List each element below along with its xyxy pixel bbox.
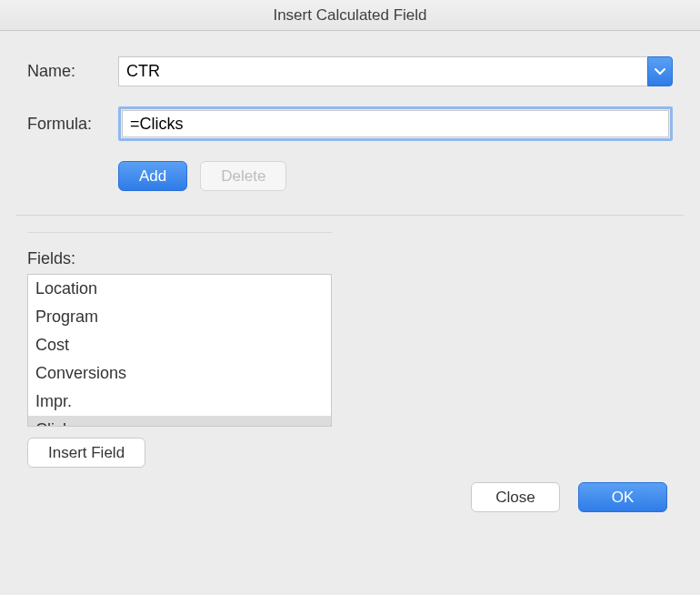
- ok-button[interactable]: OK: [578, 482, 667, 512]
- dialog-title: Insert Calculated Field: [0, 0, 700, 31]
- formula-input-wrap: [118, 106, 673, 141]
- divider: [16, 215, 684, 216]
- name-label: Name:: [27, 62, 118, 81]
- list-item[interactable]: Cost: [28, 331, 331, 359]
- insert-field-button[interactable]: Insert Field: [27, 438, 145, 468]
- name-input[interactable]: [118, 56, 647, 86]
- dialog-content: Name: Formula: Add Delete Fields: Locati…: [0, 31, 700, 530]
- footer-row: Close OK: [27, 482, 673, 512]
- delete-button: Delete: [200, 161, 286, 191]
- name-dropdown-button[interactable]: [647, 56, 673, 86]
- action-button-row: Add Delete: [118, 161, 673, 191]
- name-combobox: [118, 56, 673, 86]
- chevron-down-icon: [655, 68, 665, 76]
- list-item[interactable]: Clicks: [28, 416, 331, 427]
- formula-label: Formula:: [27, 115, 118, 134]
- close-button[interactable]: Close: [471, 482, 560, 512]
- name-row: Name:: [27, 56, 673, 86]
- list-item[interactable]: Location: [28, 275, 331, 303]
- list-item[interactable]: Conversions: [28, 359, 331, 388]
- add-button[interactable]: Add: [118, 161, 187, 191]
- sub-divider: [27, 232, 332, 233]
- fields-listbox[interactable]: LocationProgramCostConversionsImpr.Click…: [27, 274, 332, 427]
- formula-input[interactable]: [122, 110, 669, 137]
- formula-row: Formula:: [27, 106, 673, 141]
- list-item[interactable]: Program: [28, 303, 331, 331]
- fields-label: Fields:: [27, 249, 673, 268]
- insert-row: Insert Field: [27, 438, 673, 468]
- list-item[interactable]: Impr.: [28, 388, 331, 416]
